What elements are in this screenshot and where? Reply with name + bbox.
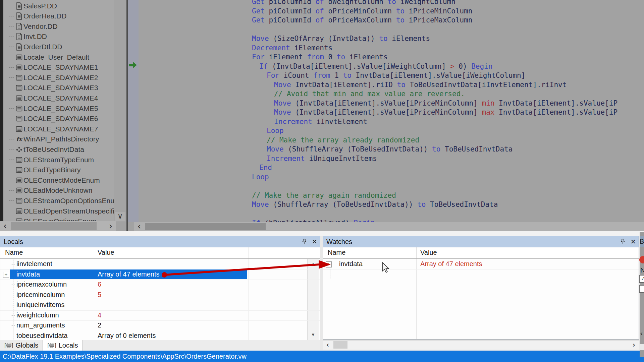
tree-vertical-scrollbar[interactable] [114,0,126,222]
code-line[interactable]: Get piColumnId of oPriceMinColumn to iPr… [139,7,644,16]
locals-row-invtdata[interactable]: +invtdataArray of 47 elements [0,269,320,280]
variable-name: iuniqueinvtitems [16,301,64,309]
variable-value: 4 [98,311,101,319]
close-icon[interactable]: ✕ [312,238,317,245]
tree-scroll-left-icon[interactable]: ‹ [0,221,10,231]
tree-item-OLESaveOptionsEnum[interactable]: OLESaveOptionsEnum [9,216,114,221]
code-line[interactable]: Move (InvtData[iElement].sValue[iPriceMi… [139,108,644,117]
code-line[interactable]: Move (SizeOfArray (InvtData)) to iElemen… [139,34,644,44]
locals-row-iuniqueinvtitems[interactable]: iuniqueinvtitems [0,300,320,311]
locals-title-bar[interactable]: Locals ✕ [0,236,320,247]
tree-item-LOCALE_SDAYNAME4[interactable]: LOCALE_SDAYNAME4 [9,93,114,103]
tab-locals[interactable]: []Locals [43,340,83,351]
watches-column-headers[interactable]: Name Value [323,247,639,259]
pin-icon[interactable] [302,239,307,245]
tree-item-OLEadModeUnknown[interactable]: OLEadModeUnknown [9,185,114,196]
code-line[interactable]: Loop [139,126,644,136]
tree-item-Invt.DD[interactable]: Invt.DD [9,32,114,42]
tree-item-LOCALE_SDAYNAME1[interactable]: LOCALE_SDAYNAME1 [9,62,114,73]
code-line[interactable]: Loop [139,173,644,182]
tree-item-SalesP.DD[interactable]: SalesP.DD [9,1,114,11]
editor-hscroll-thumb[interactable] [145,223,266,230]
locals-row-iinvtelement[interactable]: iinvtelement [0,259,320,270]
breakpoints-scroll-left-icon[interactable]: ‹ [640,329,643,338]
tree-item-WinAPI_PathIsDirectory[interactable]: fxWinAPI_PathIsDirectory [9,134,114,144]
pin-icon[interactable] [620,239,626,245]
expand-icon[interactable]: + [3,272,9,278]
tree-item-OLEadOpenStreamUnspecifie[interactable]: OLEadOpenStreamUnspecifie [9,206,114,216]
tree-item-OrderDtl.DD[interactable]: OrderDtl.DD [9,42,114,52]
tree-item-OrderHea.DD[interactable]: OrderHea.DD [9,11,114,21]
tree-item-label: OLEStreamTypeEnum [23,156,94,164]
editor-breakpoint-gutter[interactable] [128,0,139,222]
breakpoint-checkbox-unchecked[interactable] [639,285,644,293]
tree-item-OLEStreamOpenOptionsEnum[interactable]: OLEStreamOpenOptionsEnum [9,195,114,206]
code-line[interactable]: Increment iInvtElement [139,117,644,127]
tree-item-label: OLEadTypeBinary [23,166,80,174]
tree-item-LOCALE_SDAYNAME5[interactable]: LOCALE_SDAYNAME5 [9,103,114,114]
tree-item-Vendor.DD[interactable]: Vendor.DD [9,21,114,32]
tree-hscroll-thumb[interactable] [11,222,97,230]
locals-row-num_arguments[interactable]: num_arguments2 [0,320,320,331]
tree-scroll-down-button[interactable]: ∨ [115,212,125,221]
watches-panel: Watches ✕ Name Value +invtdataArray of 4… [323,236,639,340]
code-line[interactable] [139,209,644,219]
code-line[interactable]: Move (InvtData[iElement].sValue[iPriceMi… [139,99,644,108]
code-line[interactable]: Move InvtData[iElement].riID to ToBeUsed… [139,80,644,90]
tree-item-LOCALE_SDAYNAME2[interactable]: LOCALE_SDAYNAME2 [9,72,114,83]
tree-item-LOCALE_SDAYNAME7[interactable]: LOCALE_SDAYNAME7 [9,124,114,134]
code-line[interactable]: Get piColumnId of oPriceMaxColumn to iPr… [139,16,644,25]
code-line[interactable] [139,25,644,35]
tab-globals[interactable]: []Globals [0,340,43,351]
code-line[interactable]: For iCount from 1 to InvtData[iElement].… [139,71,644,80]
editor-scroll-left-icon[interactable]: ‹ [134,222,144,232]
code-line[interactable]: // Make the array again randomized [139,191,644,200]
code-line[interactable]: // Avoid that min and max value are reve… [139,89,644,99]
editor-horizontal-scrollbar[interactable]: ‹ [134,222,644,231]
close-icon[interactable]: ✕ [630,238,636,245]
locals-row-iweightcolumn[interactable]: iweightcolumn4 [0,310,320,321]
locals-row-ipricemaxcolumn[interactable]: ipricemaxcolumn6 [0,280,320,290]
code-line[interactable] [139,182,644,191]
watches-value-header[interactable]: Value [420,249,437,256]
watches-hscroll-thumb[interactable] [333,341,347,349]
code-line[interactable]: Move (ShuffleArray (ToBeUsedInvtData)) t… [139,145,644,154]
tree-scroll-right-icon[interactable]: › [106,221,116,231]
code-line[interactable]: // Make the array already randomized [139,136,644,145]
code-line[interactable]: If (bDuplicatesAllowed) Begin [139,219,644,222]
code-line[interactable]: Increment iUniqueInvtItems [139,154,644,164]
tree-item-Locale_User_Default[interactable]: Locale_User_Default [9,52,114,62]
watches-horizontal-scrollbar[interactable]: ‹ › [323,340,639,350]
code-line[interactable]: If (InvtData[iElement].sValue[iWeightCol… [139,62,644,71]
code-explorer-tree[interactable]: SalesP.DDOrderHea.DDVendor.DDInvt.DDOrde… [3,0,114,221]
watches-row-invtdata[interactable]: +invtdataArray of 47 elements [323,259,639,270]
tree-item-tToBeUsedInvtData[interactable]: tToBeUsedInvtData [9,144,114,155]
breakpoints-corner-button[interactable] [639,344,644,350]
breakpoint-checkbox-checked[interactable]: ✓ [639,275,644,283]
tree-item-OLEConnectModeEnum[interactable]: OLEConnectModeEnum [9,175,114,185]
watches-title-bar[interactable]: Watches ✕ [323,236,639,247]
code-line[interactable]: Decrement iElements [139,44,644,53]
locals-row-tobeusedinvtdata[interactable]: tobeusedinvtdataArray of 0 elements [0,331,320,340]
code-line[interactable]: End [139,163,644,173]
locals-name-header[interactable]: Name [5,249,23,256]
code-line[interactable]: Get piColumnId of oWeightColumn to iWeig… [139,0,644,7]
watches-scroll-left-icon[interactable]: ‹ [323,341,332,350]
tree-horizontal-scrollbar[interactable]: ‹ › [0,221,116,231]
locals-column-headers[interactable]: Name Value [0,247,320,259]
expand-icon[interactable]: + [326,261,332,267]
code-editor[interactable]: Get piColumnId of oWeightColumn to iWeig… [139,0,644,222]
tree-item-OLEStreamTypeEnum[interactable]: OLEStreamTypeEnum [9,155,114,165]
locals-value-header[interactable]: Value [98,249,114,256]
tree-item-LOCALE_SDAYNAME6[interactable]: LOCALE_SDAYNAME6 [9,114,114,124]
code-line[interactable]: For iElement from 0 to iElements [139,53,644,62]
watches-name-header[interactable]: Name [328,249,345,256]
watches-grid[interactable]: +invtdataArray of 47 elements [323,258,639,339]
dock-splitter[interactable] [0,231,644,236]
tree-item-OLEadTypeBinary[interactable]: OLEadTypeBinary [9,165,114,175]
tree-item-LOCALE_SDAYNAME3[interactable]: LOCALE_SDAYNAME3 [9,83,114,93]
locals-row-ipricemincolumn[interactable]: ipricemincolumn5 [0,290,320,301]
code-line[interactable]: Move (ShuffleArray (ToBeUsedInvtData)) t… [139,200,644,209]
locals-grid[interactable]: ▲ ▼ iinvtelement+invtdataArray of 47 ele… [0,258,320,340]
watches-scroll-right-icon[interactable]: › [630,341,638,350]
